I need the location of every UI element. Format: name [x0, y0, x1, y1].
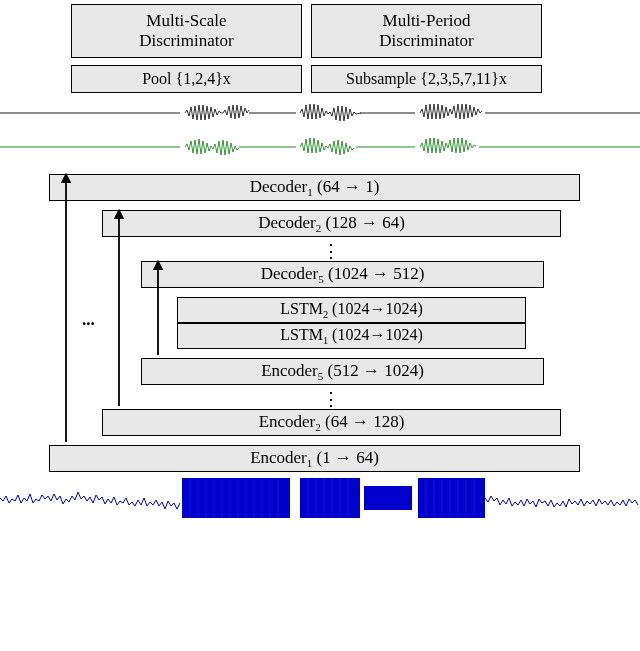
box-encoder2: Encoder2 (64 → 128): [102, 409, 561, 436]
skip-arrow-mid: [111, 208, 127, 414]
box-pool: Pool {1,2,4}x: [71, 65, 302, 93]
waveform-target: [0, 96, 640, 130]
box-lstm2: LSTM2 (1024→1024): [177, 297, 526, 323]
svg-rect-5: [362, 486, 412, 510]
vdots-encoder: ⋮: [322, 388, 340, 410]
box-multi-scale-discriminator: Multi-Scale Discriminator: [71, 4, 302, 58]
skip-arrow-outer: [58, 172, 74, 450]
svg-rect-6: [418, 478, 485, 518]
waveform-generated: [0, 130, 640, 164]
box-multi-period-discriminator: Multi-Period Discriminator: [311, 4, 542, 58]
box-encoder5: Encoder5 (512 → 1024): [141, 358, 544, 385]
vdots-decoder: ⋮: [322, 240, 340, 262]
waveform-input: [0, 478, 640, 638]
box-decoder5: Decoder5 (1024 → 512): [141, 261, 544, 288]
box-encoder1: Encoder1 (1 → 64): [49, 445, 580, 472]
hdots-skip: ...: [82, 310, 95, 330]
box-lstm1: LSTM1 (1024→1024): [177, 323, 526, 349]
box-decoder1: Decoder1 (64 → 1): [49, 174, 580, 201]
svg-rect-4: [300, 478, 360, 518]
box-subsample: Subsample {2,3,5,7,11}x: [311, 65, 542, 93]
svg-rect-7: [290, 478, 300, 518]
box-decoder2: Decoder2 (128 → 64): [102, 210, 561, 237]
svg-rect-8: [360, 478, 364, 518]
